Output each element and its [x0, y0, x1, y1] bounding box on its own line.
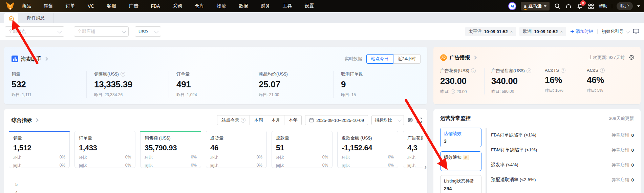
mom-label: 环比	[210, 155, 218, 160]
tab-mail-messages[interactable]: 邮件消息	[18, 13, 54, 23]
chevron-right-icon[interactable]	[473, 56, 476, 59]
site-select[interactable]: 全部站点	[5, 26, 64, 37]
monitor-row-label: 迟发率 (<4%)	[491, 162, 518, 168]
timezone-time: 10-09 10:52	[534, 29, 558, 34]
monitor-tab[interactable]: 店铺绩效 3	[440, 128, 481, 147]
close-icon[interactable]: ×	[560, 29, 563, 34]
nav-menu-item[interactable]: 设置	[305, 3, 314, 9]
monitor-scrollbar[interactable]	[486, 128, 487, 193]
timezone-name: 欧洲	[523, 28, 532, 35]
marketplace-label: 亚马逊	[529, 3, 542, 9]
question-icon[interactable]: ?	[121, 72, 125, 77]
nav-menu-item[interactable]: 采购	[173, 3, 182, 9]
question-icon[interactable]: ?	[561, 68, 565, 73]
ads-stats: 广告花费(US$) ? 230.00 昨日: ? 20.00 广告销售额(US$…	[433, 68, 641, 94]
metric-value: 1,512	[13, 144, 65, 152]
mom-label: 环比	[145, 155, 153, 160]
monitor-row[interactable]: 迟发率 (<4%) 异常店铺 0	[491, 157, 636, 172]
gear-icon[interactable]	[629, 55, 635, 61]
assistant-toggle-option[interactable]: 站点今日	[366, 54, 393, 64]
gear-icon[interactable]	[407, 117, 413, 123]
nav-menu-item[interactable]: 商品	[22, 3, 31, 9]
chevron-right-icon[interactable]	[35, 118, 38, 122]
nav-menu-item[interactable]: 客服	[107, 3, 116, 9]
help-link[interactable]: 帮助	[599, 3, 607, 9]
metric-card[interactable]: 广告花费 (US$) 4,3 环比0% 同比0%	[403, 131, 423, 168]
add-clock-button[interactable]: 添加时钟	[570, 28, 593, 35]
question-icon[interactable]: ?	[600, 68, 605, 73]
metric-card[interactable]: 订单量 1,433 环比0% 同比0%	[74, 131, 135, 168]
stat-value: 491	[176, 79, 251, 90]
assistant-toggle-option[interactable]: 近24小时	[393, 54, 421, 64]
metric-card[interactable]: 退款金额 (US$) -1,152.64 环比0% 同比0%	[337, 131, 398, 168]
metric-card[interactable]: 销量 1,512 环比0% 同比0%	[9, 131, 70, 168]
site-select-placeholder: 全部站点	[8, 28, 26, 35]
monitor-card: 运营异常监控 309天前更新 店铺绩效 3 绩效通知 新 0 Listing状态…	[433, 109, 641, 193]
question-icon[interactable]: ?	[241, 118, 245, 123]
nav-menu-item[interactable]: VC	[88, 3, 94, 9]
marketplace-selector[interactable]: a 亚马逊	[521, 2, 550, 10]
nav-menu-item[interactable]: 财务	[261, 3, 270, 9]
range-tab[interactable]: 本周	[250, 115, 267, 125]
tab-home[interactable]	[4, 13, 18, 23]
monitor-row[interactable]: FBA订单缺陷率 (<1%) 异常店铺 0	[491, 128, 636, 143]
nav-menu-item[interactable]: 广告	[129, 3, 138, 9]
timezone-name: 太平洋	[469, 28, 482, 35]
currency-select[interactable]: USD	[135, 26, 161, 37]
yoy-value: 0%	[257, 163, 262, 168]
chevron-right-icon[interactable]	[44, 57, 48, 61]
ai-assistant-button[interactable]: AI	[508, 2, 516, 10]
nav-menu-item[interactable]: 物流	[217, 3, 226, 9]
monitor-row[interactable]: FBM订单缺陷率 (<1%) 异常店铺 0	[491, 143, 636, 157]
metric-card[interactable]: 销售额 (US$) 35,790.93 环比0% 同比0%	[140, 131, 201, 168]
range-tab[interactable]: 站点今天 ?	[217, 115, 250, 125]
support-headset-icon[interactable]	[565, 3, 572, 9]
abnormal-shops-label: 异常店铺	[611, 147, 629, 153]
ads-card: AD 广告播报 上次更新: 927天前 广告花费(US$) ? 230.00 昨…	[433, 47, 641, 104]
yoy-label: 同比	[13, 163, 21, 168]
metric-label: 销量	[13, 135, 65, 141]
app-logo-icon[interactable]	[5, 2, 16, 10]
nav-menu-item[interactable]: 工具	[283, 3, 292, 9]
account-chevron-down-icon[interactable]	[637, 5, 640, 7]
monitor-tab[interactable]: Listing状态异常 294	[440, 175, 481, 193]
init-guide-dropdown[interactable]: 初始化引导	[602, 28, 629, 35]
stat-value: 13,335.39	[94, 79, 169, 90]
stat-label: 广告花费(US$)	[440, 68, 469, 74]
realtime-label: 实时数据	[345, 56, 362, 62]
nav-menu-item[interactable]: FBA	[151, 3, 160, 9]
range-tab[interactable]: 本年	[284, 115, 302, 125]
apps-grid-icon[interactable]	[587, 3, 594, 9]
metrics-next-arrow[interactable]: ›	[424, 163, 427, 170]
monitor-tab-value: 3	[444, 138, 478, 144]
close-icon[interactable]: ×	[510, 29, 513, 34]
nav-menu: 商品销售订单VC客服广告FBA采购仓库物流数据财务工具设置	[22, 3, 314, 9]
composite-title[interactable]: 综合指标	[12, 117, 32, 124]
search-icon[interactable]	[554, 3, 561, 9]
metric-card[interactable]: 退货量 46 环比0% 同比0%	[206, 131, 267, 168]
expand-icon[interactable]	[416, 117, 422, 123]
metric-value: 4,3	[407, 144, 423, 152]
shop-select[interactable]: 全部店铺	[74, 26, 129, 37]
screen-guide-icon[interactable]	[633, 28, 639, 35]
account-button[interactable]: 账户	[617, 2, 633, 10]
metric-compare-select[interactable]: 指标对比	[371, 115, 404, 125]
date-range-picker[interactable]: 2025-09-10~2025-10-09	[305, 115, 368, 125]
stat-yesterday: 昨日: 1,111	[12, 92, 86, 98]
nav-menu-item[interactable]: 订单	[66, 3, 75, 9]
question-icon[interactable]: ?	[451, 89, 455, 94]
monitor-tab[interactable]: 绩效通知 新 0	[440, 151, 481, 171]
question-icon[interactable]: ?	[471, 68, 476, 73]
assistant-title[interactable]: 海卖助手	[21, 56, 41, 62]
assistant-stat: 订单量 491 昨日: 1,024	[169, 71, 251, 98]
metric-card[interactable]: 退款量 51 环比0% 同比0%	[272, 131, 332, 168]
nav-menu-item[interactable]: 仓库	[195, 3, 204, 9]
ads-title[interactable]: 广告播报	[450, 55, 470, 61]
question-icon[interactable]: ?	[527, 68, 531, 73]
range-tab[interactable]: 本月	[267, 115, 284, 125]
stat-value: 340.00	[491, 76, 538, 86]
monitor-row[interactable]: 预配送取消率 (<2.5%) 异常店铺 0	[491, 172, 636, 187]
nav-menu-item[interactable]: 数据	[239, 3, 248, 9]
notifications-bell-icon[interactable]: 8	[576, 3, 583, 9]
nav-menu-item[interactable]: 销售	[44, 3, 53, 9]
